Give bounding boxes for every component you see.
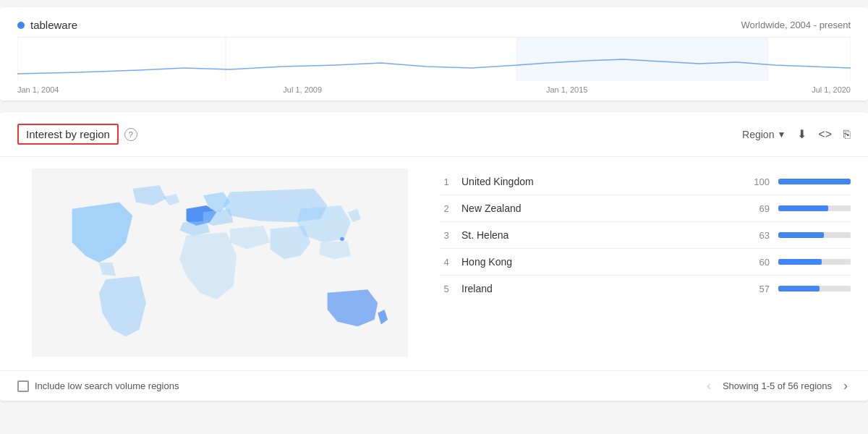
- world-map: [17, 169, 422, 357]
- rank-label: 1: [440, 176, 453, 187]
- score-bar-fill: [778, 286, 820, 292]
- country-name: St. Helena: [461, 229, 739, 241]
- score-value: 60: [748, 257, 770, 268]
- checkbox-label: Include low search volume regions: [35, 380, 179, 391]
- score-value: 69: [748, 203, 770, 214]
- rank-label: 4: [440, 257, 453, 268]
- region-list: 1United Kingdom1002New Zealand693St. Hel…: [440, 169, 851, 302]
- score-value: 100: [748, 176, 770, 187]
- score-value: 63: [748, 230, 770, 241]
- low-volume-checkbox[interactable]: [17, 380, 29, 392]
- country-name: Hong Kong: [461, 256, 739, 268]
- date-label-0: Jan 1, 2004: [17, 85, 59, 94]
- region-dropdown-label: Region: [742, 129, 774, 140]
- svg-rect-5: [517, 38, 767, 81]
- score-bar-container: [778, 179, 851, 184]
- score-value: 57: [748, 284, 770, 294]
- region-card: Interest by region ? Region ▼ ⬇ <> ⎘: [0, 112, 868, 401]
- rank-label: 2: [440, 203, 453, 214]
- date-range-label: Worldwide, 2004 - present: [741, 20, 851, 30]
- region-title: Interest by region: [26, 128, 110, 140]
- region-dropdown[interactable]: Region ▼: [742, 129, 786, 140]
- top-card: tableware Worldwide, 2004 - present: [0, 7, 868, 101]
- rank-label: 5: [440, 284, 453, 294]
- region-content: 1United Kingdom1002New Zealand693St. Hel…: [0, 157, 868, 370]
- svg-point-7: [340, 237, 344, 242]
- score-bar-container: [778, 259, 851, 265]
- region-header: Interest by region ? Region ▼ ⬇ <> ⎘: [0, 112, 868, 157]
- region-title-box: Interest by region: [17, 124, 119, 145]
- table-row[interactable]: 3St. Helena63: [440, 222, 851, 249]
- blue-dot: [17, 22, 25, 29]
- rank-label: 3: [440, 230, 453, 241]
- region-title-group: Interest by region ?: [17, 124, 137, 145]
- date-label-2: Jan 1, 2015: [546, 85, 588, 94]
- pagination: ‹ Showing 1-5 of 56 regions ›: [704, 378, 851, 393]
- prev-page-button[interactable]: ‹: [704, 378, 714, 393]
- embed-icon[interactable]: <>: [818, 128, 832, 141]
- score-bar-fill: [778, 232, 824, 238]
- score-bar-fill: [778, 205, 828, 211]
- country-name: United Kingdom: [461, 176, 739, 187]
- chevron-down-icon: ▼: [777, 129, 786, 140]
- timeline-chart: [17, 38, 851, 81]
- date-label-1: Jul 1, 2009: [283, 85, 322, 94]
- score-bar-fill: [778, 179, 851, 184]
- search-term-label: tableware: [30, 19, 77, 31]
- timeline-dates: Jan 1, 2004 Jul 1, 2009 Jan 1, 2015 Jul …: [17, 81, 851, 94]
- map-container: [17, 169, 422, 359]
- checkbox-group[interactable]: Include low search volume regions: [17, 380, 179, 392]
- table-row[interactable]: 5Ireland57: [440, 276, 851, 302]
- page-wrapper: tableware Worldwide, 2004 - present: [0, 0, 868, 420]
- country-name: Ireland: [461, 283, 739, 294]
- next-page-button[interactable]: ›: [841, 378, 851, 393]
- table-row[interactable]: 2New Zealand69: [440, 195, 851, 222]
- pagination-text: Showing 1-5 of 56 regions: [723, 380, 832, 391]
- region-controls: Region ▼ ⬇ <> ⎘: [742, 127, 851, 141]
- score-bar-container: [778, 205, 851, 211]
- score-bar-container: [778, 232, 851, 238]
- search-term-row: tableware Worldwide, 2004 - present: [17, 19, 851, 31]
- date-label-3: Jul 1, 2020: [812, 85, 851, 94]
- country-name: New Zealand: [461, 203, 739, 214]
- help-icon[interactable]: ?: [124, 128, 137, 141]
- score-bar-fill: [778, 259, 822, 265]
- table-row[interactable]: 1United Kingdom100: [440, 169, 851, 195]
- table-row[interactable]: 4Hong Kong60: [440, 249, 851, 276]
- download-icon[interactable]: ⬇: [797, 127, 807, 141]
- share-icon[interactable]: ⎘: [843, 128, 851, 141]
- search-term-group: tableware: [17, 19, 77, 31]
- score-bar-container: [778, 286, 851, 292]
- region-footer: Include low search volume regions ‹ Show…: [0, 370, 868, 401]
- timeline-svg: [17, 38, 851, 81]
- timeline-area: Jan 1, 2004 Jul 1, 2009 Jan 1, 2015 Jul …: [17, 37, 851, 95]
